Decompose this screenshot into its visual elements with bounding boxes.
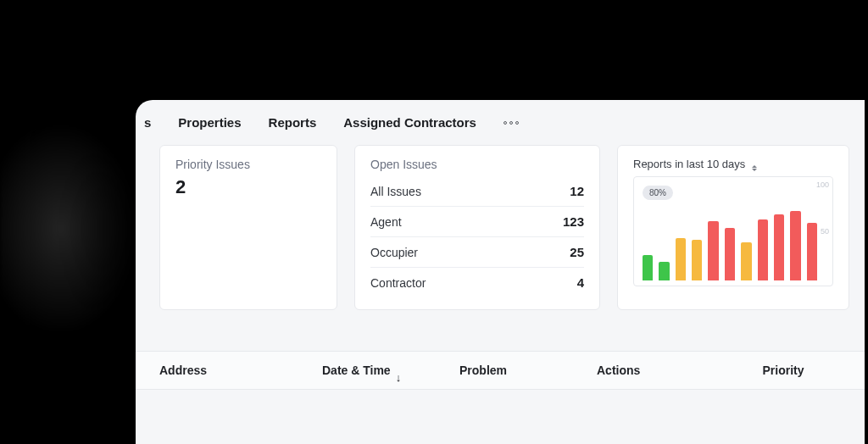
open-issues-value: 123 xyxy=(563,214,584,229)
open-issues-label: All Issues xyxy=(370,185,421,198)
open-issues-list: All Issues 12 Agent 123 Occupier 25 Cont… xyxy=(370,176,584,297)
axis-label-mid: 50 xyxy=(821,227,829,236)
open-issues-row: Occupier 25 xyxy=(370,237,584,268)
chart-bar xyxy=(807,223,817,280)
column-address[interactable]: Address xyxy=(159,364,312,377)
priority-issues-title: Priority Issues xyxy=(175,158,321,171)
chart-bar xyxy=(676,238,686,280)
column-actions[interactable]: Actions xyxy=(597,364,715,377)
cards-row: Priority Issues 2 Open Issues All Issues… xyxy=(136,145,865,310)
priority-issues-card: Priority Issues 2 xyxy=(159,145,337,310)
chart-bar xyxy=(708,221,718,280)
open-issues-value: 12 xyxy=(570,184,584,198)
chart-bar xyxy=(790,211,800,280)
open-issues-value: 4 xyxy=(577,275,584,290)
open-issues-row: Contractor 4 xyxy=(370,268,584,297)
chart-title: Reports in last 10 days xyxy=(633,158,757,171)
chart-bar xyxy=(741,242,751,280)
axis-label-top: 100 xyxy=(816,180,829,189)
chart-header[interactable]: Reports in last 10 days xyxy=(633,158,833,171)
tab-properties[interactable]: Properties xyxy=(178,115,241,130)
open-issues-row: All Issues 12 xyxy=(370,176,584,207)
column-problem[interactable]: Problem xyxy=(459,364,587,377)
chart-bar xyxy=(774,214,784,280)
reports-chart-card: Reports in last 10 days 80% 100 50 xyxy=(617,145,849,310)
open-issues-row: Agent 123 xyxy=(370,207,584,237)
open-issues-card: Open Issues All Issues 12 Agent 123 Occu… xyxy=(354,145,600,310)
chart-bar xyxy=(643,255,653,280)
open-issues-label: Contractor xyxy=(370,276,426,290)
chart-body: 80% 100 50 xyxy=(633,176,833,286)
chart-bar xyxy=(758,219,768,280)
tab-reports[interactable]: Reports xyxy=(269,115,317,130)
more-icon[interactable] xyxy=(504,121,519,125)
open-issues-label: Occupier xyxy=(370,246,418,259)
open-issues-title: Open Issues xyxy=(370,158,584,171)
open-issues-label: Agent xyxy=(370,215,402,229)
chart-bars xyxy=(643,196,817,280)
app-window: s Properties Reports Assigned Contractor… xyxy=(136,100,865,444)
tab-assigned-contractors[interactable]: Assigned Contractors xyxy=(343,115,476,130)
tabs-row: s Properties Reports Assigned Contractor… xyxy=(136,100,865,145)
chart-bar xyxy=(659,262,669,280)
table-header: Address Date & Time Problem Actions Prio… xyxy=(136,351,865,390)
column-date-time[interactable]: Date & Time xyxy=(322,364,449,377)
chart-bar xyxy=(692,240,702,280)
open-issues-value: 25 xyxy=(570,245,584,259)
priority-issues-value: 2 xyxy=(175,176,321,198)
chart-bar xyxy=(725,228,735,280)
column-priority[interactable]: Priority xyxy=(726,364,841,377)
sort-icon xyxy=(752,165,757,171)
tab-partial[interactable]: s xyxy=(144,115,151,130)
